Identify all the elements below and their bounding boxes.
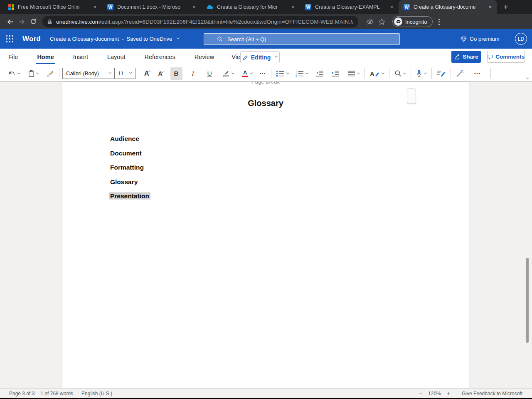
align-icon xyxy=(348,71,355,76)
feedback-link[interactable]: Give Feedback to Microsoft xyxy=(462,391,522,397)
tab-close-icon[interactable]: × xyxy=(487,4,494,11)
chevron-down-icon[interactable] xyxy=(36,71,39,74)
tab-home[interactable]: Home xyxy=(30,49,60,65)
glossary-term[interactable]: Formatting xyxy=(110,164,150,173)
word-file-icon: W xyxy=(305,4,311,10)
reload-button[interactable] xyxy=(27,16,39,27)
onedrive-cloud-icon xyxy=(206,5,213,10)
collapse-ribbon-chevron-icon[interactable] xyxy=(526,76,529,79)
glossary-term[interactable]: Document xyxy=(110,150,150,159)
tab-close-icon[interactable]: × xyxy=(91,4,99,11)
tab-layout[interactable]: Layout xyxy=(101,49,132,65)
highlight-color-button[interactable] xyxy=(221,67,236,80)
styles-icon: A xyxy=(370,70,380,77)
page-indicator[interactable]: Page 3 of 3 xyxy=(9,391,34,397)
glossary-term-selected[interactable]: Presentation xyxy=(110,192,150,202)
save-status: Saved to OneDrive xyxy=(126,36,172,42)
tab-review[interactable]: Review xyxy=(188,49,221,65)
app-launcher-icon[interactable] xyxy=(0,29,19,49)
bold-button[interactable]: B xyxy=(170,67,182,80)
numbering-button[interactable]: 123 xyxy=(293,67,310,80)
vertical-scrollbar[interactable] xyxy=(526,258,529,343)
new-tab-button[interactable]: + xyxy=(500,2,511,12)
alignment-button[interactable] xyxy=(346,67,362,80)
chevron-down-icon[interactable] xyxy=(250,71,253,74)
chevron-down-icon[interactable] xyxy=(286,71,289,74)
toolbar-divider xyxy=(469,68,469,79)
dictate-button[interactable] xyxy=(414,67,429,80)
app-name[interactable]: Word xyxy=(22,35,41,43)
chevron-down-icon[interactable] xyxy=(424,71,427,74)
paste-button[interactable] xyxy=(26,67,41,80)
back-button[interactable] xyxy=(4,16,16,27)
glossary-term[interactable]: Glossary xyxy=(110,178,150,187)
chevron-down-icon[interactable] xyxy=(357,71,360,74)
browser-tab-active-glossary-document[interactable]: W Create a Glossary-docume × xyxy=(399,0,497,14)
tab-title: Create a Glossary-EXAMPL xyxy=(315,4,388,10)
editor-button[interactable] xyxy=(435,67,448,80)
chevron-down-icon[interactable] xyxy=(382,71,384,74)
eye-off-icon[interactable] xyxy=(364,16,376,27)
increase-indent-button[interactable] xyxy=(329,67,342,80)
undo-button[interactable] xyxy=(6,67,22,80)
italic-button[interactable]: I xyxy=(187,67,199,80)
bullets-button[interactable] xyxy=(274,67,291,80)
tab-close-icon[interactable]: × xyxy=(190,4,197,11)
pencil-icon xyxy=(243,54,249,60)
zoom-level[interactable]: 120% xyxy=(425,391,444,397)
grow-font-button[interactable]: A xyxy=(142,67,151,80)
share-label: Share xyxy=(463,54,478,60)
tab-insert[interactable]: Insert xyxy=(66,49,95,65)
bookmark-star-icon[interactable] xyxy=(376,16,387,27)
glossary-term[interactable]: Audience xyxy=(110,135,150,144)
font-controls: Calibri (Body) 11 xyxy=(62,68,135,79)
more-toolbar-options-button[interactable]: ••• xyxy=(472,67,483,80)
go-premium-button[interactable]: Go premium xyxy=(461,29,500,49)
chevron-down-icon[interactable] xyxy=(232,71,234,74)
comments-button[interactable]: Comments xyxy=(487,51,525,63)
share-button[interactable]: Share xyxy=(451,51,481,63)
decrease-indent-button[interactable] xyxy=(313,67,326,80)
toolbar-divider xyxy=(59,68,59,79)
designer-button[interactable] xyxy=(454,67,466,80)
font-name-select[interactable]: Calibri (Body) xyxy=(63,68,115,79)
premium-label: Go premium xyxy=(470,36,500,42)
browser-menu-icon[interactable] xyxy=(436,16,442,27)
chevron-down-icon[interactable] xyxy=(177,36,180,39)
numbered-list-icon: 123 xyxy=(296,70,304,77)
tab-references[interactable]: References xyxy=(138,49,182,65)
zoom-in-button[interactable]: + xyxy=(444,390,453,397)
browser-tab-document1[interactable]: W Document 1.docx - Microso × xyxy=(102,0,201,14)
editing-mode-button[interactable]: Editing xyxy=(240,51,280,63)
search-icon xyxy=(217,36,223,42)
format-painter-button[interactable] xyxy=(44,67,56,80)
forward-button[interactable] xyxy=(16,16,27,27)
browser-tab-glossary-example[interactable]: W Create a Glossary-EXAMPL × xyxy=(300,0,399,14)
browser-tab-glossary-tutorial[interactable]: Create a Glossary for Micr × xyxy=(201,0,300,14)
find-button[interactable] xyxy=(392,67,408,80)
chevron-down-icon[interactable] xyxy=(403,71,406,74)
avatar[interactable]: LD xyxy=(515,33,527,45)
styles-button[interactable]: A xyxy=(368,67,386,80)
shrink-font-button[interactable]: A xyxy=(156,67,165,80)
tab-title: Create a Glossary for Micr xyxy=(217,4,289,10)
underline-button[interactable]: U xyxy=(204,67,216,80)
document-page[interactable]: Page Break Glossary Audience Document Fo… xyxy=(62,82,469,388)
browser-tab-office-home[interactable]: Free Microsoft Office Onlin × xyxy=(3,0,102,14)
zoom-out-button[interactable]: − xyxy=(416,390,425,397)
document-title[interactable]: Create a Glossary-document - Saved to On… xyxy=(50,36,179,42)
font-color-button[interactable]: A xyxy=(240,67,254,80)
tab-file[interactable]: File xyxy=(2,49,25,65)
address-bar[interactable]: onedrive.live.com/edit.aspx?resid=6DD03F… xyxy=(42,16,358,27)
chevron-down-icon[interactable] xyxy=(305,71,308,74)
word-count[interactable]: 1 of 768 words xyxy=(40,391,73,397)
font-size-select[interactable]: 11 xyxy=(115,68,135,79)
chevron-down-icon[interactable] xyxy=(17,71,20,74)
more-font-options-button[interactable]: ••• xyxy=(258,67,268,80)
tab-close-icon[interactable]: × xyxy=(289,4,296,11)
search-input[interactable]: Search (Alt + Q) xyxy=(204,33,400,45)
tab-close-icon[interactable]: × xyxy=(388,4,395,11)
comment-indicator-button[interactable] xyxy=(407,89,416,104)
language-indicator[interactable]: English (U.S.) xyxy=(81,391,112,397)
magic-wand-icon xyxy=(456,70,464,77)
